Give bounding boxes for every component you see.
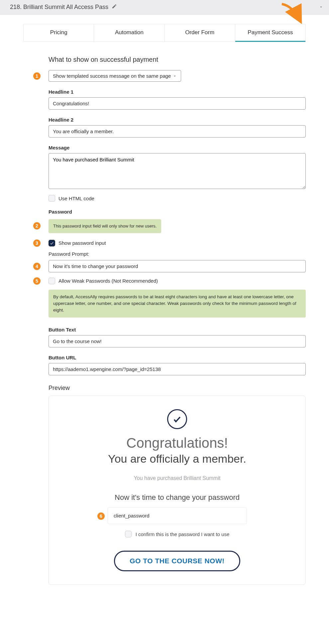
annotation-badge-6: 6 [97,512,105,520]
preview-headline1: Congratulations! [72,435,282,451]
headline1-label: Headline 1 [49,89,306,95]
show-password-label: Show password input [58,240,106,246]
button-url-label: Button URL [49,355,306,360]
page-title: 218. Brilliant Summit All Access Pass [10,4,108,11]
annotation-badge-2: 2 [33,222,41,230]
preview-password-input[interactable] [107,507,247,524]
preview-confirm-checkbox[interactable] [125,531,132,537]
preview-box: Congratulations! You are officially a me… [49,396,306,585]
allow-weak-checkbox[interactable] [49,278,55,284]
collapse-icon[interactable] [319,4,323,11]
annotation-badge-4: 4 [33,263,41,270]
password-prompt-label: Password Prompt: [49,251,306,257]
select-value: Show templated success message on the sa… [53,73,171,79]
preview-message: You have purchased Brilliant Summit [72,475,282,481]
annotation-badge-3: 3 [33,239,41,247]
use-html-label: Use HTML code [58,196,94,201]
main-container: Pricing Automation Order Form Payment Su… [0,21,329,598]
success-action-select[interactable]: Show templated success message on the sa… [49,70,181,82]
headline2-label: Headline 2 [49,117,306,123]
message-textarea[interactable] [49,153,306,189]
preview-headline2: You are officially a member. [72,452,282,465]
weak-password-note: By default, AccessAlly requires password… [49,290,306,318]
edit-icon[interactable] [112,4,117,11]
tabs: Pricing Automation Order Form Payment Su… [23,24,306,42]
annotation-badge-1: 1 [33,72,41,80]
preview-confirm-label: I confirm this is the password I want to… [136,531,230,537]
password-prompt-input[interactable] [49,260,306,272]
allow-weak-label: Allow Weak Passwords (Not Recommended) [58,278,158,284]
tab-pricing[interactable]: Pricing [24,24,94,42]
header-bar: 218. Brilliant Summit All Access Pass [0,0,329,15]
button-text-label: Button Text [49,327,306,332]
headline2-input[interactable] [49,125,306,138]
success-check-icon [167,409,187,429]
section-title: What to show on successful payment [49,56,306,63]
message-label: Message [49,145,306,150]
show-password-checkbox[interactable] [49,240,55,246]
tab-order-form[interactable]: Order Form [165,24,235,42]
password-note: This password input field will only show… [49,219,161,233]
annotation-badge-5: 5 [33,277,41,285]
preview-password-prompt: Now it's time to change your password [72,493,282,502]
password-label: Password [49,209,306,215]
preview-label: Preview [49,385,306,392]
preview-cta-button[interactable]: GO TO THE COURSE NOW! [114,551,240,571]
tab-payment-success[interactable]: Payment Success [235,24,305,42]
button-url-input[interactable] [49,363,306,375]
chevron-down-icon [173,74,177,78]
use-html-checkbox[interactable] [49,195,55,202]
tab-automation[interactable]: Automation [94,24,164,42]
button-text-input[interactable] [49,335,306,347]
headline1-input[interactable] [49,97,306,110]
